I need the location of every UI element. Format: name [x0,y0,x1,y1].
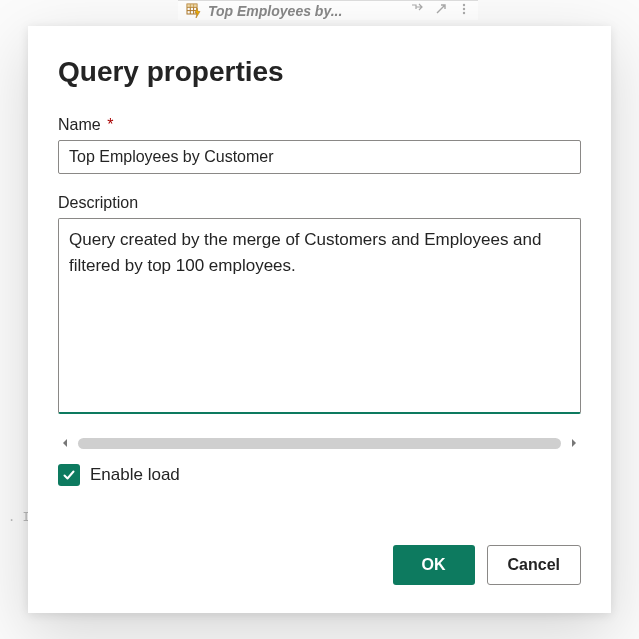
enable-load-label[interactable]: Enable load [90,465,180,485]
description-textarea[interactable] [58,218,581,414]
horizontal-scrollbar[interactable] [58,436,581,450]
scroll-track[interactable] [78,438,561,449]
name-input[interactable] [58,140,581,174]
table-lightning-icon [186,3,202,19]
branch-icon [410,2,424,19]
query-properties-dialog: Query properties Name * Description Enab… [28,26,611,613]
description-label: Description [58,194,581,212]
scroll-left-icon[interactable] [58,436,72,450]
svg-point-6 [463,4,465,6]
background-text: . I [8,510,30,524]
scroll-right-icon[interactable] [567,436,581,450]
cancel-button[interactable]: Cancel [487,545,581,585]
ok-button[interactable]: OK [393,545,475,585]
required-asterisk: * [107,116,113,133]
svg-point-7 [463,8,465,10]
svg-point-8 [463,12,465,14]
dialog-button-row: OK Cancel [58,545,581,585]
more-icon [458,2,470,19]
expand-icon [434,2,448,19]
dialog-title: Query properties [58,56,581,88]
background-tab: Top Employees by... [178,0,478,20]
background-tab-actions [410,2,478,19]
background-tab-title: Top Employees by... [208,3,342,19]
name-label: Name * [58,116,581,134]
name-label-text: Name [58,116,101,133]
svg-rect-5 [187,4,197,7]
enable-load-checkbox[interactable] [58,464,80,486]
enable-load-row[interactable]: Enable load [58,464,581,486]
